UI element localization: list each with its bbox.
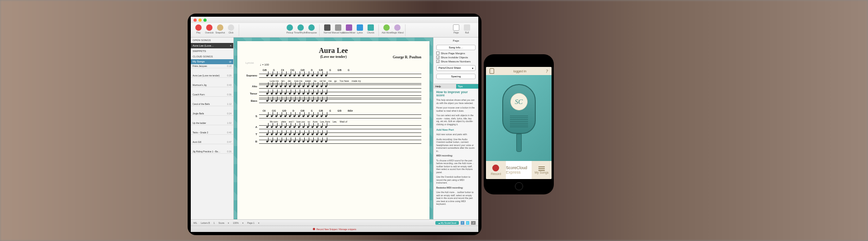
- song-item[interactable]: Tetris - Grade 30:40: [191, 131, 233, 135]
- note[interactable]: [284, 126, 286, 128]
- lyric-syllable[interactable]: me: [329, 80, 332, 82]
- lyric-syllable[interactable]: You have: [340, 80, 349, 82]
- note[interactable]: [284, 133, 286, 135]
- note[interactable]: [266, 100, 268, 102]
- note[interactable]: [316, 126, 318, 128]
- note[interactable]: [316, 133, 318, 135]
- status-score[interactable]: Score: [218, 222, 224, 224]
- show-invisible-check[interactable]: ✓Show Invisible Objects: [434, 55, 478, 59]
- note[interactable]: [284, 100, 286, 102]
- note[interactable]: [302, 133, 304, 135]
- note[interactable]: [284, 141, 286, 142]
- chord-symbol[interactable]: G: [311, 109, 313, 112]
- note[interactable]: [280, 141, 282, 142]
- open-song-tab[interactable]: Aura Lee (Love…×: [191, 43, 233, 48]
- minimize-icon[interactable]: [198, 19, 202, 22]
- note[interactable]: [316, 93, 318, 95]
- song-item[interactable]: Frère Jacques0:18: [191, 64, 233, 68]
- chord-symbol[interactable]: C6: [263, 109, 265, 112]
- note[interactable]: [266, 85, 268, 87]
- maximize-icon[interactable]: [203, 19, 207, 22]
- lyric-syllable[interactable]: and I: [289, 120, 294, 123]
- note[interactable]: [271, 126, 273, 128]
- lyric-syllable[interactable]: Maid of: [340, 120, 347, 123]
- magic-wand-button[interactable]: Magic Wand: [392, 24, 402, 36]
- song-item[interactable]: Aunt Gill0:47: [191, 140, 233, 144]
- note[interactable]: [316, 115, 318, 117]
- note[interactable]: [293, 141, 295, 142]
- note[interactable]: [311, 115, 313, 117]
- note[interactable]: [271, 141, 273, 142]
- song-item[interactable]: Carol of the Bells1:12: [191, 102, 233, 106]
- note[interactable]: [271, 93, 273, 95]
- lyric-syllable[interactable]: made my: [352, 80, 361, 82]
- note[interactable]: [298, 75, 300, 76]
- note[interactable]: [280, 85, 282, 87]
- lyricist-label[interactable]: Lyricist: [245, 61, 254, 64]
- note[interactable]: [302, 100, 304, 102]
- parts-select[interactable]: Parts/Chord Sheet▾: [436, 65, 476, 71]
- transpose-button[interactable]: Transpose: [307, 24, 316, 36]
- chord-symbol[interactable]: C/G: [290, 69, 294, 71]
- pickup-button[interactable]: Pickup: [285, 24, 295, 36]
- lyric-syllable[interactable]: love me: [294, 80, 302, 82]
- note[interactable]: [271, 75, 273, 76]
- my-songs-tab[interactable]: My Songs: [532, 161, 552, 179]
- staff[interactable]: Alto: [245, 83, 421, 90]
- note[interactable]: [275, 75, 277, 76]
- metronome-icon[interactable]: [490, 68, 494, 74]
- lyric-syllable[interactable]: Lee,: [333, 120, 337, 123]
- close-tab-icon[interactable]: ×: [230, 44, 231, 47]
- note[interactable]: [298, 85, 300, 87]
- chords-button[interactable]: Chords: [366, 24, 376, 36]
- snapshot-button[interactable]: Snapshot: [215, 24, 225, 36]
- lyric-syllable[interactable]: plete: [281, 120, 286, 123]
- note[interactable]: [298, 141, 300, 142]
- note[interactable]: [307, 93, 309, 95]
- chord-symbol[interactable]: G: [273, 69, 275, 71]
- note[interactable]: [280, 100, 282, 102]
- note[interactable]: [302, 141, 304, 142]
- note[interactable]: [275, 126, 277, 128]
- chord-symbol[interactable]: G/B: [263, 69, 267, 71]
- note[interactable]: [302, 115, 304, 117]
- note[interactable]: [298, 100, 300, 102]
- note[interactable]: [271, 115, 273, 117]
- note[interactable]: [280, 75, 282, 76]
- chord-symbol[interactable]: G: [329, 109, 331, 112]
- staff[interactable]: B: [245, 138, 421, 145]
- note[interactable]: [302, 85, 304, 87]
- staff[interactable]: S: [245, 113, 421, 119]
- note[interactable]: [311, 93, 313, 95]
- lyric-syllable[interactable]: ne-: [314, 80, 317, 82]
- note[interactable]: [280, 93, 282, 95]
- note[interactable]: [266, 93, 268, 95]
- close-icon[interactable]: [193, 19, 197, 22]
- score-title[interactable]: Aura Lee: [245, 47, 421, 55]
- note[interactable]: [289, 75, 291, 76]
- score-area[interactable]: Lyricist Aura Lee (Love me tender) Georg…: [234, 38, 433, 219]
- page-view-button[interactable]: Page: [451, 24, 461, 36]
- manual-input-button[interactable]: Manual Input: [333, 24, 343, 36]
- add-more-button[interactable]: Add More: [382, 24, 392, 36]
- note[interactable]: [307, 100, 309, 102]
- lyric-syllable[interactable]: go: [335, 80, 337, 82]
- note[interactable]: [325, 93, 327, 95]
- note[interactable]: [307, 85, 309, 87]
- song-item[interactable]: Up the ladder1:02: [191, 121, 233, 125]
- note[interactable]: [289, 141, 291, 142]
- note[interactable]: [316, 75, 318, 76]
- staff[interactable]: A: [245, 124, 421, 130]
- click-button[interactable]: Click: [226, 24, 236, 36]
- note[interactable]: [311, 85, 313, 87]
- note[interactable]: [307, 75, 309, 76]
- song-item[interactable]: Coach Horn0:36: [191, 93, 233, 97]
- note[interactable]: [293, 133, 295, 135]
- note[interactable]: [266, 133, 268, 135]
- cloud-badge[interactable]: ☁ My ScoreCloud: [435, 221, 459, 225]
- note[interactable]: [266, 75, 268, 76]
- song-item[interactable]: Jingle Bells0:24: [191, 112, 233, 116]
- note[interactable]: [293, 75, 295, 76]
- note[interactable]: [307, 133, 309, 135]
- share-icon[interactable]: ↗: [471, 221, 476, 225]
